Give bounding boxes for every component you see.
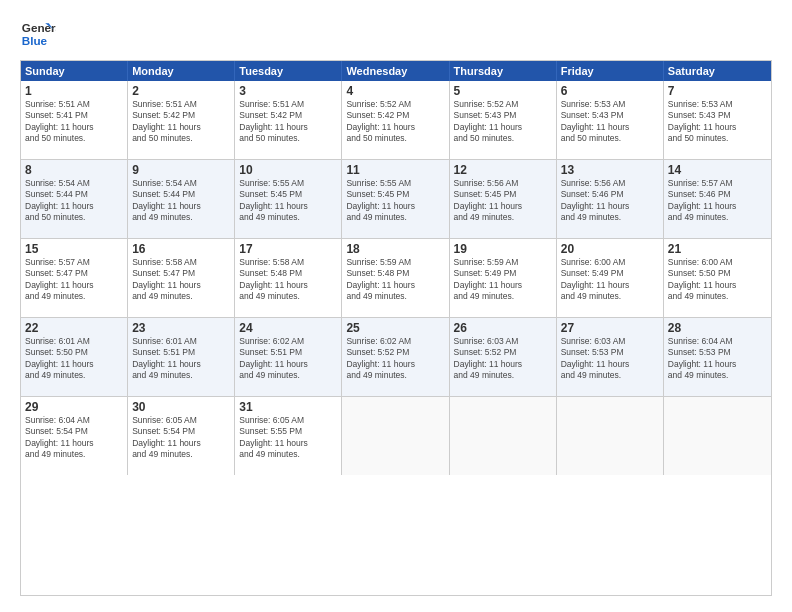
calendar-cell: 1Sunrise: 5:51 AM Sunset: 5:41 PM Daylig… <box>21 81 128 159</box>
day-info: Sunrise: 6:00 AM Sunset: 5:50 PM Dayligh… <box>668 257 767 303</box>
calendar-cell: 21Sunrise: 6:00 AM Sunset: 5:50 PM Dayli… <box>664 239 771 317</box>
header-day-wednesday: Wednesday <box>342 61 449 81</box>
calendar-cell: 20Sunrise: 6:00 AM Sunset: 5:49 PM Dayli… <box>557 239 664 317</box>
calendar-cell: 19Sunrise: 5:59 AM Sunset: 5:49 PM Dayli… <box>450 239 557 317</box>
day-number: 30 <box>132 400 230 414</box>
day-info: Sunrise: 5:53 AM Sunset: 5:43 PM Dayligh… <box>668 99 767 145</box>
calendar-header: SundayMondayTuesdayWednesdayThursdayFrid… <box>21 61 771 81</box>
day-info: Sunrise: 5:54 AM Sunset: 5:44 PM Dayligh… <box>132 178 230 224</box>
calendar-cell <box>450 397 557 475</box>
calendar-cell: 15Sunrise: 5:57 AM Sunset: 5:47 PM Dayli… <box>21 239 128 317</box>
day-info: Sunrise: 6:03 AM Sunset: 5:52 PM Dayligh… <box>454 336 552 382</box>
day-number: 23 <box>132 321 230 335</box>
calendar-cell: 28Sunrise: 6:04 AM Sunset: 5:53 PM Dayli… <box>664 318 771 396</box>
day-info: Sunrise: 6:04 AM Sunset: 5:53 PM Dayligh… <box>668 336 767 382</box>
calendar-week-4: 22Sunrise: 6:01 AM Sunset: 5:50 PM Dayli… <box>21 318 771 397</box>
logo: General Blue <box>20 16 56 52</box>
day-info: Sunrise: 5:52 AM Sunset: 5:42 PM Dayligh… <box>346 99 444 145</box>
calendar-week-2: 8Sunrise: 5:54 AM Sunset: 5:44 PM Daylig… <box>21 160 771 239</box>
day-number: 18 <box>346 242 444 256</box>
logo-icon: General Blue <box>20 16 56 52</box>
day-info: Sunrise: 5:57 AM Sunset: 5:46 PM Dayligh… <box>668 178 767 224</box>
calendar-cell <box>557 397 664 475</box>
calendar-cell: 30Sunrise: 6:05 AM Sunset: 5:54 PM Dayli… <box>128 397 235 475</box>
header-day-saturday: Saturday <box>664 61 771 81</box>
calendar-cell: 4Sunrise: 5:52 AM Sunset: 5:42 PM Daylig… <box>342 81 449 159</box>
calendar-cell: 16Sunrise: 5:58 AM Sunset: 5:47 PM Dayli… <box>128 239 235 317</box>
svg-text:General: General <box>22 21 56 34</box>
calendar-cell: 18Sunrise: 5:59 AM Sunset: 5:48 PM Dayli… <box>342 239 449 317</box>
calendar-cell: 5Sunrise: 5:52 AM Sunset: 5:43 PM Daylig… <box>450 81 557 159</box>
day-number: 29 <box>25 400 123 414</box>
day-number: 6 <box>561 84 659 98</box>
calendar-cell: 13Sunrise: 5:56 AM Sunset: 5:46 PM Dayli… <box>557 160 664 238</box>
day-info: Sunrise: 5:56 AM Sunset: 5:46 PM Dayligh… <box>561 178 659 224</box>
day-info: Sunrise: 6:01 AM Sunset: 5:51 PM Dayligh… <box>132 336 230 382</box>
day-number: 11 <box>346 163 444 177</box>
calendar-cell: 3Sunrise: 5:51 AM Sunset: 5:42 PM Daylig… <box>235 81 342 159</box>
day-number: 20 <box>561 242 659 256</box>
day-info: Sunrise: 6:05 AM Sunset: 5:54 PM Dayligh… <box>132 415 230 461</box>
calendar-week-5: 29Sunrise: 6:04 AM Sunset: 5:54 PM Dayli… <box>21 397 771 475</box>
calendar-cell: 2Sunrise: 5:51 AM Sunset: 5:42 PM Daylig… <box>128 81 235 159</box>
header-day-tuesday: Tuesday <box>235 61 342 81</box>
calendar-cell: 14Sunrise: 5:57 AM Sunset: 5:46 PM Dayli… <box>664 160 771 238</box>
calendar-cell: 24Sunrise: 6:02 AM Sunset: 5:51 PM Dayli… <box>235 318 342 396</box>
day-number: 24 <box>239 321 337 335</box>
svg-text:Blue: Blue <box>22 34 48 47</box>
day-info: Sunrise: 5:51 AM Sunset: 5:42 PM Dayligh… <box>239 99 337 145</box>
day-number: 15 <box>25 242 123 256</box>
page: General Blue SundayMondayTuesdayWednesda… <box>0 0 792 612</box>
calendar-cell <box>342 397 449 475</box>
day-info: Sunrise: 5:58 AM Sunset: 5:47 PM Dayligh… <box>132 257 230 303</box>
header-day-friday: Friday <box>557 61 664 81</box>
day-info: Sunrise: 5:53 AM Sunset: 5:43 PM Dayligh… <box>561 99 659 145</box>
calendar-cell: 23Sunrise: 6:01 AM Sunset: 5:51 PM Dayli… <box>128 318 235 396</box>
day-number: 7 <box>668 84 767 98</box>
day-number: 3 <box>239 84 337 98</box>
calendar-cell: 29Sunrise: 6:04 AM Sunset: 5:54 PM Dayli… <box>21 397 128 475</box>
calendar-cell: 22Sunrise: 6:01 AM Sunset: 5:50 PM Dayli… <box>21 318 128 396</box>
header-day-monday: Monday <box>128 61 235 81</box>
calendar-cell: 12Sunrise: 5:56 AM Sunset: 5:45 PM Dayli… <box>450 160 557 238</box>
day-number: 8 <box>25 163 123 177</box>
day-info: Sunrise: 5:57 AM Sunset: 5:47 PM Dayligh… <box>25 257 123 303</box>
calendar-body: 1Sunrise: 5:51 AM Sunset: 5:41 PM Daylig… <box>21 81 771 475</box>
day-info: Sunrise: 5:59 AM Sunset: 5:49 PM Dayligh… <box>454 257 552 303</box>
day-number: 2 <box>132 84 230 98</box>
day-info: Sunrise: 6:01 AM Sunset: 5:50 PM Dayligh… <box>25 336 123 382</box>
day-number: 12 <box>454 163 552 177</box>
header-day-thursday: Thursday <box>450 61 557 81</box>
calendar-cell: 11Sunrise: 5:55 AM Sunset: 5:45 PM Dayli… <box>342 160 449 238</box>
day-info: Sunrise: 6:00 AM Sunset: 5:49 PM Dayligh… <box>561 257 659 303</box>
day-info: Sunrise: 6:03 AM Sunset: 5:53 PM Dayligh… <box>561 336 659 382</box>
day-number: 17 <box>239 242 337 256</box>
header-day-sunday: Sunday <box>21 61 128 81</box>
day-number: 28 <box>668 321 767 335</box>
day-number: 5 <box>454 84 552 98</box>
calendar-cell: 26Sunrise: 6:03 AM Sunset: 5:52 PM Dayli… <box>450 318 557 396</box>
day-info: Sunrise: 6:04 AM Sunset: 5:54 PM Dayligh… <box>25 415 123 461</box>
day-number: 4 <box>346 84 444 98</box>
day-number: 16 <box>132 242 230 256</box>
calendar-cell: 8Sunrise: 5:54 AM Sunset: 5:44 PM Daylig… <box>21 160 128 238</box>
calendar-cell: 25Sunrise: 6:02 AM Sunset: 5:52 PM Dayli… <box>342 318 449 396</box>
day-number: 9 <box>132 163 230 177</box>
calendar-cell <box>664 397 771 475</box>
day-info: Sunrise: 5:54 AM Sunset: 5:44 PM Dayligh… <box>25 178 123 224</box>
day-number: 25 <box>346 321 444 335</box>
day-info: Sunrise: 6:05 AM Sunset: 5:55 PM Dayligh… <box>239 415 337 461</box>
calendar-cell: 17Sunrise: 5:58 AM Sunset: 5:48 PM Dayli… <box>235 239 342 317</box>
day-info: Sunrise: 6:02 AM Sunset: 5:51 PM Dayligh… <box>239 336 337 382</box>
day-info: Sunrise: 6:02 AM Sunset: 5:52 PM Dayligh… <box>346 336 444 382</box>
day-info: Sunrise: 5:52 AM Sunset: 5:43 PM Dayligh… <box>454 99 552 145</box>
day-number: 26 <box>454 321 552 335</box>
calendar-cell: 6Sunrise: 5:53 AM Sunset: 5:43 PM Daylig… <box>557 81 664 159</box>
day-number: 14 <box>668 163 767 177</box>
calendar-cell: 10Sunrise: 5:55 AM Sunset: 5:45 PM Dayli… <box>235 160 342 238</box>
day-number: 21 <box>668 242 767 256</box>
day-info: Sunrise: 5:58 AM Sunset: 5:48 PM Dayligh… <box>239 257 337 303</box>
calendar-cell: 7Sunrise: 5:53 AM Sunset: 5:43 PM Daylig… <box>664 81 771 159</box>
calendar: SundayMondayTuesdayWednesdayThursdayFrid… <box>20 60 772 596</box>
day-info: Sunrise: 5:51 AM Sunset: 5:42 PM Dayligh… <box>132 99 230 145</box>
